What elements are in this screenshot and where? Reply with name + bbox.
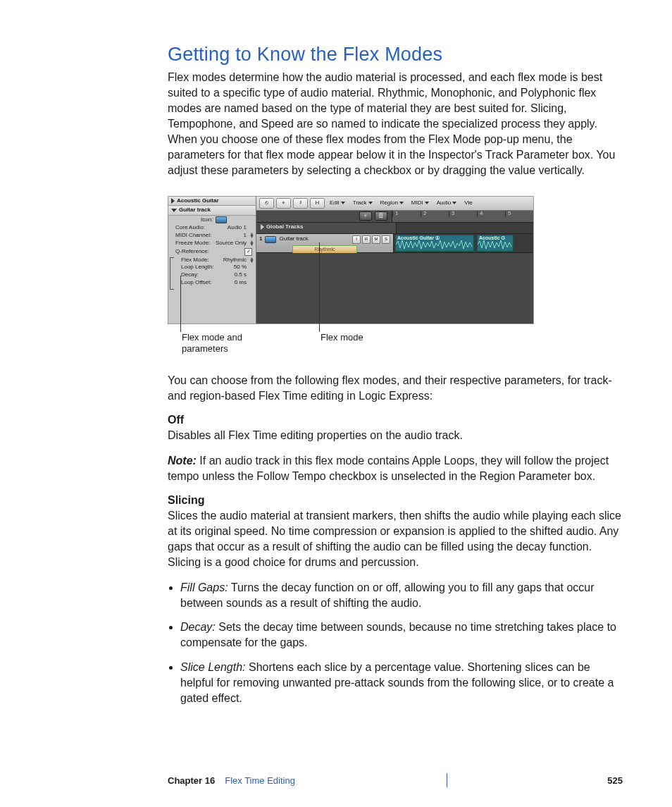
audio-region-1: Acoustic Guitar ①	[395, 235, 474, 252]
qref-checkbox: ✓	[244, 248, 252, 256]
callout-left: Flex mode andparameters	[182, 332, 242, 355]
off-heading: Off	[168, 414, 623, 426]
arrange-empty-area	[256, 253, 533, 324]
footer-divider	[447, 773, 447, 787]
inspector-header-2: Guitar track	[168, 206, 256, 216]
decay-value: 0.5 s	[235, 272, 252, 278]
toolbar-btn-1: ⎋	[259, 198, 274, 209]
app-screenshot: Acoustic Guitar Guitar track Icon: Core …	[168, 196, 534, 324]
page-footer: Chapter 16 Flex Time Editing 525	[168, 773, 623, 787]
looplen-label: Loop Length:	[181, 264, 214, 271]
menu-region: Region	[378, 200, 406, 207]
intro-paragraph: Flex modes determine how the audio mater…	[168, 70, 623, 179]
caret-icon	[368, 202, 373, 204]
footer-chapter: Chapter 16	[168, 775, 215, 786]
menu-edit: Edit	[327, 200, 348, 207]
menu-track: Track	[350, 200, 375, 207]
track-icon	[265, 236, 276, 243]
waveform-icon	[396, 238, 473, 251]
midi-value: 1▲▼	[244, 233, 252, 239]
menu-view: Vie	[461, 200, 475, 207]
bullet-text: Turns the decay function on or off, allo…	[180, 581, 595, 609]
track-irm-buttons: I R M S	[352, 235, 390, 244]
slicing-heading: Slicing	[168, 494, 623, 507]
track-name: Guitar track	[279, 236, 308, 242]
bullet-term: Slice Length:	[180, 661, 246, 673]
inspector-flexmode-row: Flex Mode: Rhythmic▲▼	[174, 257, 256, 264]
inspector-freeze-row: Freeze Mode: Source Only▲▼	[168, 240, 256, 247]
waveform-icon	[478, 238, 513, 251]
looplen-value: 50 %	[234, 264, 252, 271]
list-item: Decay: Sets the decay time between sound…	[180, 620, 623, 651]
inspector-coreaudio-row: Core Audio: Audio 1	[168, 224, 256, 232]
note-text: If an audio track in this flex mode cont…	[168, 455, 609, 482]
disclosure-down-icon	[171, 209, 177, 212]
inspector-looplen-row: Loop Length: 50 %	[174, 264, 256, 271]
menu-audio: Audio	[434, 200, 459, 207]
inspector-decay-row: Decay: 0.5 s	[174, 271, 256, 279]
track-record-button: R	[362, 235, 371, 244]
list-item: Fill Gaps: Turns the decay function on o…	[180, 580, 623, 611]
callout-right: Flex mode	[321, 332, 363, 343]
qref-label: Q-Reference:	[175, 249, 209, 255]
track-solo-button: S	[382, 235, 390, 244]
ruler-num: 1	[392, 211, 421, 217]
inspector-icon-row: Icon:	[168, 216, 256, 224]
caret-icon	[452, 202, 456, 204]
midi-label: MIDI Channel:	[175, 233, 211, 239]
ruler-num: 5	[505, 211, 533, 217]
arrange-area: ⎋ ⌖ ♯ H Edit Track Region MIDI Audio Vie…	[256, 197, 533, 324]
freeze-value: Source Only▲▼	[216, 240, 252, 247]
after-figure-paragraph: You can choose from the following flex m…	[168, 373, 623, 404]
bullet-term: Fill Gaps:	[180, 581, 228, 593]
global-tracks-label: Global Tracks	[266, 223, 303, 230]
decay-label: Decay:	[181, 272, 199, 278]
inspector-panel: Acoustic Guitar Guitar track Icon: Core …	[168, 197, 256, 324]
arrange-menubar: ⎋ ⌖ ♯ H Edit Track Region MIDI Audio Vie	[256, 197, 533, 211]
bullet-term: Decay:	[180, 621, 216, 633]
figure: Acoustic Guitar Guitar track Icon: Core …	[168, 196, 623, 359]
track-icon	[216, 216, 227, 223]
list-item: Slice Length: Shortens each slice by a p…	[180, 660, 623, 706]
track-number: 1	[259, 236, 262, 242]
loopoffset-label: Loop Offset:	[181, 280, 211, 286]
inspector-loopoffset-row: Loop Offset: 0 ms	[174, 279, 256, 287]
disclosure-right-icon	[171, 198, 175, 204]
off-body: Disables all Flex Time editing propertie…	[168, 428, 623, 443]
ruler-numbers: 1 2 3 4 5	[392, 211, 533, 222]
callout-line-left	[180, 276, 181, 332]
footer-chapter-title: Flex Time Editing	[225, 775, 295, 786]
off-note: Note: If an audio track in this flex mod…	[168, 453, 623, 484]
coreaudio-value: Audio 1	[228, 225, 252, 231]
inspector-header-1-label: Acoustic Guitar	[177, 197, 219, 204]
arrange-ruler: + ≣ 1 2 3 4 5	[256, 211, 533, 223]
callout-line-right	[319, 242, 320, 332]
caret-icon	[341, 202, 345, 204]
toolbar-btn-4: H	[310, 198, 325, 209]
bullet-text: Shortens each slice by a percentage valu…	[180, 661, 614, 704]
section-heading: Getting to Know the Flex Modes	[168, 44, 623, 66]
inspector-midi-row: MIDI Channel: 1▲▼	[168, 232, 256, 240]
inspector-qref-row: Q-Reference: ✓	[168, 247, 256, 257]
add-track-button: +	[359, 211, 372, 221]
track-row-1: 1 Guitar track I R M S Rhythmic	[256, 234, 533, 253]
track-mute-button: M	[372, 235, 380, 244]
tracklist-button: ≣	[375, 211, 387, 221]
caret-icon	[399, 202, 404, 204]
caret-icon	[425, 202, 429, 204]
note-label: Note:	[168, 455, 197, 467]
audio-region-2: Acoustic G	[477, 235, 514, 252]
flexmode-value: Rhythmic▲▼	[223, 257, 252, 264]
track-input-button: I	[352, 235, 361, 244]
footer-page-number: 525	[599, 775, 623, 786]
inspector-icon-label: Icon:	[201, 217, 213, 223]
slicing-body: Slices the audio material at transient m…	[168, 508, 623, 570]
toolbar-btn-2: ⌖	[276, 198, 291, 209]
track-lane: Acoustic Guitar ① Acoustic G	[394, 234, 533, 252]
coreaudio-label: Core Audio:	[175, 225, 205, 231]
inspector-header-1: Acoustic Guitar	[168, 197, 256, 207]
global-tracks-row: Global Tracks	[256, 223, 533, 234]
track-header: 1 Guitar track I R M S Rhythmic	[256, 234, 394, 252]
inspector-header-2-label: Guitar track	[179, 207, 211, 213]
flexmode-label: Flex Mode:	[181, 257, 209, 264]
